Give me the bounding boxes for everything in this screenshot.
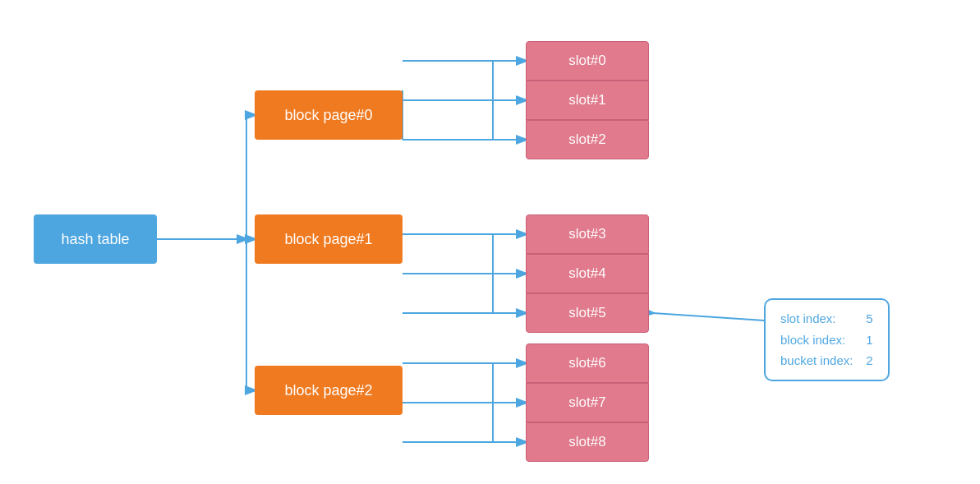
diagram: hash table block page#0 block page#1 blo… (0, 0, 980, 484)
hash-table-label: hash table (61, 231, 129, 248)
tooltip-block-index: block index: 1 (780, 330, 873, 351)
block-index-value: 1 (866, 333, 872, 347)
slot-group-2: slot#6 slot#7 slot#8 (526, 343, 649, 462)
block-page-2-label: block page#2 (284, 382, 372, 399)
slot-8: slot#8 (526, 422, 649, 462)
slot-4: slot#4 (526, 254, 649, 293)
slot-6: slot#6 (526, 343, 649, 383)
slot-0: slot#0 (526, 41, 649, 81)
slot-1: slot#1 (526, 81, 649, 120)
slot-2: slot#2 (526, 120, 649, 159)
slot-group-0: slot#0 slot#1 slot#2 (526, 41, 649, 159)
slot-group-1: slot#3 slot#4 slot#5 (526, 214, 649, 333)
block-page-1-label: block page#1 (284, 231, 372, 248)
slot-index-label: slot index: (780, 308, 863, 330)
bucket-index-value: 2 (866, 353, 872, 367)
slot-index-value: 5 (866, 311, 872, 325)
tooltip-bucket-index: bucket index: 2 (780, 350, 873, 371)
block-page-0: block page#0 (255, 90, 403, 140)
bucket-index-label: bucket index: (780, 350, 863, 371)
block-page-1: block page#1 (255, 214, 403, 264)
block-page-2: block page#2 (255, 366, 403, 415)
slot-3: slot#3 (526, 214, 649, 254)
slot-7: slot#7 (526, 383, 649, 422)
slot-5: slot#5 (526, 293, 649, 333)
tooltip-slot-index: slot index: 5 (780, 308, 873, 330)
svg-line-27 (653, 313, 764, 320)
block-index-label: block index: (780, 330, 863, 351)
tooltip-box: slot index: 5 block index: 1 bucket inde… (764, 298, 890, 381)
block-page-0-label: block page#0 (284, 107, 372, 124)
hash-table-node: hash table (34, 214, 157, 264)
